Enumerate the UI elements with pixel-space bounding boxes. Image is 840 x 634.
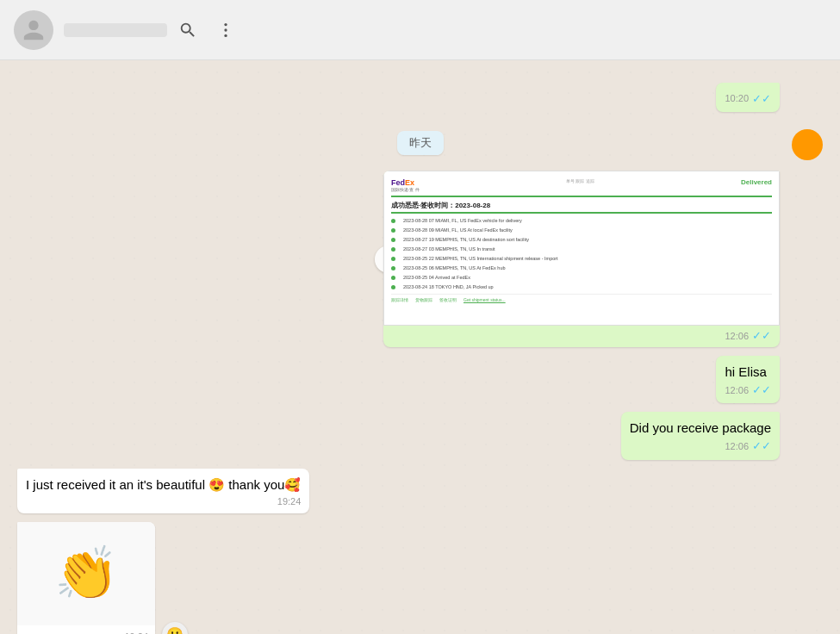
chat-area: 10:20 ✓✓ 昨天 ↩ FedEx 国际快递·查 件: [0, 60, 840, 634]
emoji-image-content: 👏: [17, 522, 155, 625]
fedex-status: Delivered: [741, 178, 772, 186]
message-bubble-hi-elisa: hi Elisa 12:06 ✓✓: [716, 356, 780, 403]
date-separator: 昨天: [17, 131, 823, 155]
message-row-emoji-image: 👏 19:24 🙂: [17, 522, 823, 634]
message-bubble-1020: 10:20 ✓✓: [716, 83, 780, 112]
message-time-receive: 12:06: [725, 440, 749, 453]
message-row-i-just-received: I just received it an it's beautiful 😍 t…: [17, 469, 823, 513]
read-ticks-hi: ✓✓: [752, 382, 771, 398]
svg-point-0: [224, 22, 227, 25]
smiley-icon: 🙂: [166, 626, 184, 634]
message-bubble-i-just-received: I just received it an it's beautiful 😍 t…: [17, 469, 309, 513]
message-row-1020: 10:20 ✓✓: [17, 83, 780, 112]
message-row-image: ↩ FedEx 国际快递·查 件 单号 跟踪 追踪 Delivered: [17, 171, 780, 347]
emoji-image-meta: 19:24: [17, 625, 155, 634]
clapping-emoji: 👏: [54, 543, 119, 604]
message-time-hi: 12:06: [725, 384, 749, 397]
reaction-button[interactable]: 🙂: [162, 622, 188, 634]
fedex-image-preview: FedEx 国际快递·查 件 单号 跟踪 追踪 Delivered 成功悉悉·签…: [383, 171, 780, 326]
message-time-received: 19:24: [277, 495, 302, 508]
message-row-did-you-receive: Did you receive package 12:06 ✓✓: [17, 412, 780, 459]
message-bubble-did-receive: Did you receive package 12:06 ✓✓: [621, 412, 780, 459]
message-time: 10:20: [725, 92, 749, 105]
contact-avatar[interactable]: [14, 10, 53, 50]
outgoing-avatar: [792, 129, 823, 160]
header-actions: [177, 20, 236, 40]
chat-header: [0, 0, 840, 60]
contact-name-placeholder: [64, 23, 167, 37]
svg-point-1: [224, 28, 227, 31]
message-text: Did you receive package: [630, 420, 771, 435]
more-options-icon[interactable]: [215, 20, 236, 40]
read-ticks: ✓✓: [752, 91, 771, 107]
message-text: hi Elisa: [725, 364, 766, 379]
image-bubble[interactable]: FedEx 国际快递·查 件 单号 跟踪 追踪 Delivered 成功悉悉·签…: [383, 171, 780, 347]
fedex-logo: FedEx: [391, 178, 414, 187]
emoji-bubble-wrap: 👏 19:24 🙂: [17, 522, 188, 634]
fedex-title: 成功悉悉·签收时间：2023-08-28: [391, 201, 772, 210]
message-row-hi-elisa: hi Elisa 12:06 ✓✓: [17, 356, 780, 403]
read-ticks-image: ✓✓: [752, 329, 771, 342]
fedex-link: Get shipment status...: [464, 297, 506, 302]
message-text: I just received it an it's beautiful 😍 t…: [26, 477, 301, 492]
message-time-image: 12:06: [725, 331, 749, 341]
read-ticks-receive: ✓✓: [752, 438, 771, 454]
search-icon[interactable]: [177, 20, 198, 40]
svg-point-2: [224, 34, 227, 36]
emoji-image-bubble: 👏 19:24: [17, 522, 155, 634]
